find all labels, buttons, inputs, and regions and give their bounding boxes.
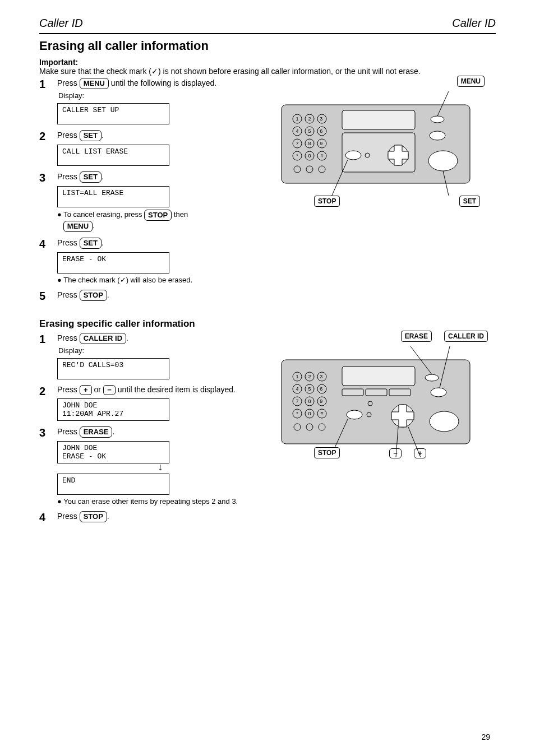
- step-number: 3: [39, 426, 53, 439]
- step-5: 5 Press STOP.: [39, 290, 264, 303]
- s2s2-mid: or: [94, 385, 103, 394]
- display-caption: Display:: [58, 346, 264, 355]
- display-caption: Display:: [58, 91, 264, 100]
- svg-point-20: [430, 131, 445, 140]
- step5-after: .: [107, 290, 109, 299]
- display-line1: JOHN DOE: [62, 401, 97, 410]
- s2s3-prefix: Press: [57, 427, 80, 436]
- svg-point-19: [431, 116, 444, 123]
- device-panel-1: 123 456 789 *0#: [280, 88, 471, 200]
- s2s2-after: until the desired item is displayed.: [118, 385, 236, 394]
- step3-prefix: Press: [57, 172, 80, 181]
- display-line2: 11:20AM APR.27: [62, 410, 123, 418]
- svg-rect-44: [342, 367, 415, 386]
- stop-key: STOP: [80, 511, 107, 522]
- display: JOHN DOE ERASE - OK: [57, 441, 169, 463]
- step-number: 2: [39, 385, 53, 398]
- step1-prefix: Press: [57, 78, 80, 87]
- svg-rect-46: [366, 389, 387, 396]
- step4-after: .: [102, 238, 104, 247]
- set-key: SET: [80, 130, 102, 141]
- svg-rect-17: [342, 110, 415, 129]
- panel-minus-key: −: [389, 448, 402, 458]
- s2s4-after: .: [107, 512, 109, 521]
- s2s1-after: .: [126, 333, 128, 342]
- step3-bullet-a-after: then: [174, 210, 188, 219]
- panel-plus-key: +: [414, 448, 426, 458]
- step-4: 4 Press SET. ERASE - OK ● The check mark…: [39, 238, 264, 284]
- plus-key: +: [80, 385, 92, 395]
- callerid-key: CALLER ID: [80, 333, 126, 344]
- step5-prefix: Press: [57, 290, 80, 299]
- preamble-line: Important: Make sure that the check mark…: [39, 58, 496, 76]
- step4-bullet-text: The check mark (✓) will also be erased.: [63, 276, 192, 284]
- step4-prefix: Press: [57, 238, 80, 247]
- step-number: 2: [39, 130, 53, 143]
- panel-label-callerid: CALLER ID: [444, 331, 488, 342]
- display: END: [57, 474, 169, 495]
- panel-label-menu: MENU: [457, 76, 485, 87]
- display: CALLER SET UP: [57, 103, 169, 124]
- display: LIST=ALL ERASE: [57, 186, 169, 207]
- s2s3-bullet-text: You can erase other items by repeating s…: [63, 497, 238, 505]
- header-left: Caller ID: [39, 17, 83, 30]
- device-panel-2: 123 456 789 *0#: [280, 343, 471, 455]
- svg-point-49: [425, 374, 439, 381]
- s2s4-prefix: Press: [57, 512, 80, 521]
- minus-key: −: [103, 385, 116, 395]
- step3-bullet-b-after: .: [93, 221, 95, 230]
- set-key: SET: [80, 238, 102, 249]
- step2-prefix: Press: [57, 131, 80, 140]
- menu-key: MENU: [80, 78, 109, 89]
- down-arrow-icon: ↓: [57, 463, 264, 470]
- panel-label-stop: STOP: [314, 196, 340, 207]
- erase-key: ERASE: [80, 426, 113, 438]
- header-right: Caller ID: [452, 17, 496, 30]
- s2s3-after: .: [112, 427, 114, 436]
- step-1b: 1 Press CALLER ID. Display: REC'D CALLS=…: [39, 333, 264, 379]
- step-2b: 2 Press + or − until the desired item is…: [39, 385, 264, 421]
- step-number: 1: [39, 78, 53, 91]
- section1-title: Erasing all caller information: [39, 39, 496, 53]
- section2-title: Erasing specific caller information: [39, 318, 496, 330]
- page-header: Caller ID Caller ID: [39, 17, 496, 34]
- step-number: 5: [39, 290, 53, 303]
- svg-point-50: [431, 388, 446, 397]
- preamble-label: Important:: [39, 58, 78, 67]
- section1-steps: 1 Press MENU until the following is disp…: [39, 78, 264, 308]
- svg-point-52: [347, 410, 362, 419]
- display: ERASE - OK: [57, 252, 169, 273]
- step-2: 2 Press SET. CALL LIST ERASE: [39, 130, 264, 166]
- step-number: 3: [39, 171, 53, 184]
- step-number: 4: [39, 511, 53, 524]
- display3-l1: JOHN DOE: [62, 444, 97, 452]
- menu-key: MENU: [63, 221, 93, 232]
- panel-label-set: SET: [459, 196, 480, 207]
- svg-point-21: [428, 151, 458, 171]
- panel-label-stop: STOP: [314, 447, 340, 458]
- section2-steps: 1 Press CALLER ID. Display: REC'D CALLS=…: [39, 333, 264, 530]
- stop-key: STOP: [80, 290, 107, 301]
- svg-rect-45: [342, 389, 363, 396]
- step2-after: .: [102, 131, 104, 140]
- step-4b: 4 Press STOP.: [39, 511, 264, 524]
- display: JOHN DOE 11:20AM APR.27: [57, 398, 169, 421]
- panel-label-erase: ERASE: [401, 331, 432, 342]
- page-number: 29: [481, 732, 490, 741]
- step4-bullet: ● The check mark (✓) will also be erased…: [57, 276, 264, 284]
- svg-point-51: [430, 411, 459, 432]
- preamble-text: Make sure that the check mark (✓) is not…: [39, 67, 421, 76]
- step-3b: 3 Press ERASE. JOHN DOE ERASE - OK ↓ END…: [39, 426, 264, 505]
- step-3: 3 Press SET. LIST=ALL ERASE ● To cancel …: [39, 171, 264, 232]
- stop-key: STOP: [144, 210, 172, 221]
- step1-mid: until the following is displayed.: [111, 78, 216, 87]
- step-number: 1: [39, 333, 53, 346]
- step3-after: .: [102, 172, 104, 181]
- display: CALL LIST ERASE: [57, 145, 169, 166]
- s2s2-prefix: Press: [57, 385, 80, 394]
- set-key: SET: [80, 171, 102, 183]
- step-1: 1 Press MENU until the following is disp…: [39, 78, 264, 124]
- svg-rect-47: [389, 389, 411, 396]
- step3-bullet: ● To cancel erasing, press STOP then MEN…: [57, 210, 264, 232]
- display: REC'D CALLS=03: [57, 358, 169, 379]
